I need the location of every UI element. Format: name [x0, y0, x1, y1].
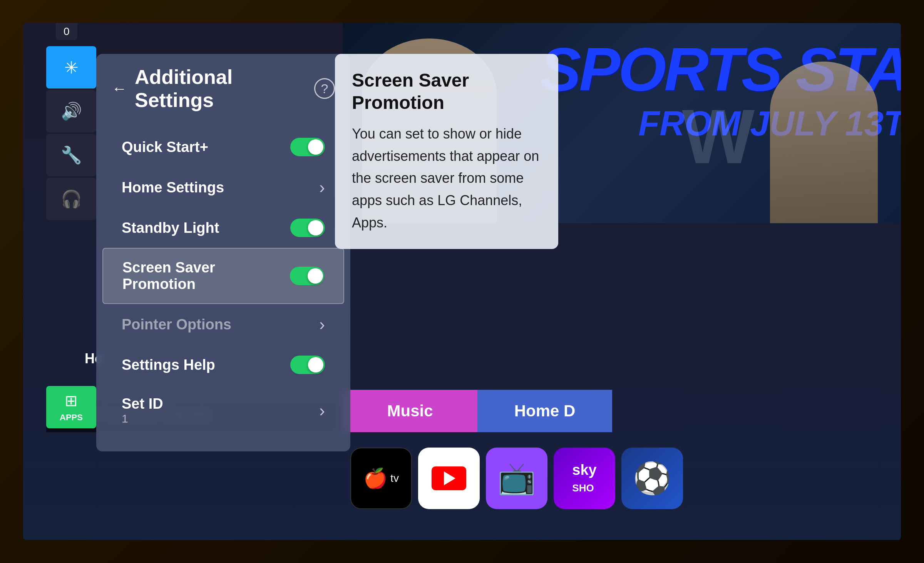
quick-start-label: Quick Start+ [122, 139, 208, 155]
headset-icon: 🎧 [61, 189, 82, 209]
pointer-options-chevron: › [319, 315, 325, 334]
home-settings-label: Home Settings [122, 179, 224, 196]
settings-help-label: Settings Help [122, 357, 215, 373]
youtube-icon[interactable] [418, 448, 480, 509]
sidebar-item-picture[interactable]: ✳ [46, 46, 96, 89]
apple-symbol: 🍎 [363, 467, 387, 489]
apps-label: APPS [60, 413, 83, 423]
sidebar-item-apps[interactable]: ⊞ APPS [46, 386, 96, 428]
info-panel: Screen Saver Promotion You can set to sh… [335, 54, 558, 249]
screen-saver-toggle[interactable] [290, 267, 324, 285]
picture-icon: ✳ [64, 58, 79, 77]
quick-start-item[interactable]: Quick Start+ [102, 127, 344, 167]
home-button[interactable]: Home D [477, 390, 612, 432]
info-panel-title: Screen Saver Promotion [352, 69, 541, 114]
skyshowtime-icon[interactable]: skySHO [554, 448, 615, 509]
pointer-options-label: Pointer Options [122, 316, 231, 333]
quick-start-toggle[interactable] [290, 138, 325, 156]
settings-help-toggle-knob [308, 357, 323, 373]
settings-panel: ← Additional Settings ? Quick Start+ Hom… [96, 54, 350, 451]
screen-saver-label: Screen Saver Promotion [122, 259, 290, 292]
tv-screen: SPORTS STA FROM JULY 13T W Music Home D … [23, 23, 901, 540]
sidebar-item-support[interactable]: 🎧 [46, 178, 96, 220]
settings-panel-title: Additional Settings [135, 65, 314, 112]
settings-list: Quick Start+ Home Settings › Standby Lig… [96, 123, 350, 440]
left-sidebar: ✳ 🔊 🔧 🎧 [46, 46, 96, 220]
home-settings-item[interactable]: Home Settings › [102, 167, 344, 208]
standby-light-toggle[interactable] [290, 219, 325, 237]
info-panel-body: You can set to show or hide advertisemen… [352, 123, 541, 234]
standby-light-toggle-knob [308, 220, 323, 236]
w-letter: W [682, 92, 755, 181]
channel-indicator: 0 [56, 23, 77, 40]
twitch-logo: 📺 [497, 460, 536, 496]
media-buttons-row: Music Home D [343, 390, 901, 432]
yt-red-bg [432, 466, 466, 490]
soccer-icon[interactable]: ⚽ [621, 448, 683, 509]
apps-grid-icon: ⊞ [65, 392, 78, 409]
set-id-item[interactable]: Set ID 1 › [102, 385, 344, 436]
screen-saver-toggle-knob [308, 268, 323, 284]
standby-light-label: Standby Light [122, 220, 219, 236]
home-settings-chevron: › [319, 178, 325, 197]
settings-header: ← Additional Settings ? [96, 65, 350, 123]
pointer-options-item[interactable]: Pointer Options › [102, 304, 344, 345]
set-id-value: 1 [122, 412, 163, 425]
music-button[interactable]: Music [343, 390, 477, 432]
person-right-silhouette [770, 62, 878, 223]
sidebar-item-sound[interactable]: 🔊 [46, 90, 96, 132]
set-id-label-group: Set ID 1 [122, 396, 163, 425]
wrench-icon: 🔧 [61, 145, 82, 165]
yt-play-icon [444, 471, 455, 485]
appletv-icon[interactable]: 🍎 tv [350, 448, 412, 509]
skyshowtime-label: skySHO [572, 462, 596, 495]
back-arrow-icon[interactable]: ← [112, 80, 127, 97]
screen-saver-promotion-item[interactable]: Screen Saver Promotion [102, 248, 344, 304]
soccer-ball-icon: ⚽ [633, 460, 671, 496]
twitch-icon[interactable]: 📺 [486, 448, 547, 509]
set-id-label: Set ID [122, 396, 163, 412]
help-icon[interactable]: ? [314, 78, 335, 99]
apps-row: 🍎 tv 📺 skySHO ⚽ [343, 440, 901, 517]
quick-start-toggle-knob [308, 139, 323, 155]
sound-icon: 🔊 [61, 101, 82, 121]
set-id-chevron: › [319, 401, 325, 420]
settings-help-toggle[interactable] [290, 356, 325, 374]
sidebar-item-settings[interactable]: 🔧 [46, 134, 96, 176]
apps-sidebar-area: ⊞ APPS [46, 386, 96, 428]
standby-light-item[interactable]: Standby Light [102, 208, 344, 248]
settings-help-item[interactable]: Settings Help [102, 345, 344, 385]
appletv-label: tv [390, 472, 399, 484]
